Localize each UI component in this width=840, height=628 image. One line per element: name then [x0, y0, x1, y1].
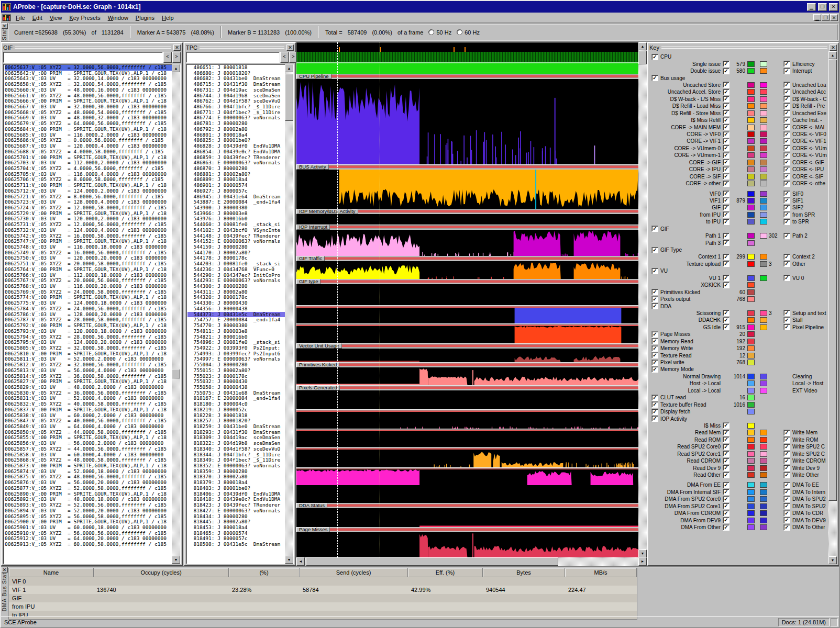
- trace-row[interactable]: 00625786:V_:03 UV = 128.0000,20.0000 / c…: [5, 312, 172, 318]
- trace-row[interactable]: 544300: J 80000280: [187, 284, 285, 289]
- key-scroll-thumb[interactable]: [828, 60, 837, 501]
- key-checkbox[interactable]: ✓: [783, 131, 790, 138]
- key-checkbox[interactable]: ✓: [783, 117, 790, 124]
- trace-row[interactable]: 00625849:V_:03 UV = 64.0000,4.0000 / c18…: [5, 424, 172, 430]
- trace-row[interactable]: 00625767:V_:05 XYZ2 = 20.0000,56.0000,ff…: [5, 278, 172, 284]
- trace-row[interactable]: 544373: J 00431e5c DmaStream: [187, 312, 285, 318]
- menu-edit[interactable]: Edit: [29, 14, 46, 22]
- trace-row[interactable]: 544236: J 00434768 VFunc+0: [187, 267, 285, 273]
- trace-row[interactable]: 00625711:V_:00 PRIM = SPRITE,GOUR,TEX(UV…: [5, 183, 172, 188]
- key-checkbox[interactable]: ✓: [783, 458, 790, 464]
- trace-row[interactable]: 00625829:V_:03 UV = 48.0000,2.0000 / c18…: [5, 385, 172, 390]
- trace-row[interactable]: 818491: J 8000057c: [187, 536, 285, 542]
- key-checkbox[interactable]: ✓: [783, 451, 790, 457]
- key-checkbox[interactable]: ✓: [783, 496, 790, 502]
- key-checkbox[interactable]: ✓: [723, 138, 730, 144]
- key-checkbox[interactable]: ✓: [651, 401, 658, 408]
- trace-row[interactable]: 00625704:V_:05 XYZ2 = 4.0000,56.0000,fff…: [5, 166, 172, 172]
- key-checkbox[interactable]: ✓: [651, 409, 658, 415]
- graph-hscroll-thumb[interactable]: [306, 557, 558, 566]
- trace-row[interactable]: 544178: J 8000178c: [187, 255, 285, 261]
- trace-row[interactable]: 544170: J 80002a80?: [187, 250, 285, 256]
- trace-row[interactable]: 00625811:V_:03 UV = 52.0000,2.0000 / c18…: [5, 356, 172, 362]
- trace-row[interactable]: 818257: J 80001820?: [187, 418, 285, 424]
- trace-row[interactable]: 00625766:V_:03 UV = 112.0000,18.0000 / c…: [5, 273, 172, 278]
- key-checkbox[interactable]: ✓: [723, 124, 730, 130]
- trace-row[interactable]: 00625701:V_:00 PRIM = SPRITE,GOUR,TEX(UV…: [5, 155, 172, 161]
- trace-row[interactable]: 754757: E 20000084 _end+1fa4: [187, 317, 285, 323]
- minimize-button[interactable]: ▁: [807, 3, 816, 11]
- trace-row[interactable]: 00625686:V_:05 XYZ2 = 0.0000,56.0000,fff…: [5, 138, 172, 143]
- key-checkbox[interactable]: ✓: [723, 524, 730, 531]
- key-checkbox[interactable]: ✓: [723, 451, 730, 457]
- trace-row[interactable]: 755004: J 80000280: [187, 362, 285, 368]
- trace-row[interactable]: 543900: J 80000380: [187, 205, 285, 211]
- trace-row[interactable]: 754821: J 800016b0: [187, 334, 285, 340]
- trace-row[interactable]: 754922: J 003993f0 Ps2Input:: [187, 345, 285, 351]
- trace-row[interactable]: 818406: J 00439df0 EndVu1DMA: [187, 491, 285, 497]
- key-checkbox[interactable]: ✓: [723, 310, 730, 316]
- key-checkbox[interactable]: ✓: [783, 190, 790, 197]
- key-checkbox[interactable]: ✓: [723, 68, 730, 74]
- tpc-search-input[interactable]: [186, 52, 280, 63]
- trace-row[interactable]: 00625857:V_:05 XYZ2 = 44.0000,56.0000,ff…: [5, 446, 172, 452]
- gif-panel-grip[interactable]: [15, 46, 171, 50]
- trace-row[interactable]: 00625837:V_:00 PRIM = SPRITE,GOUR,TEX(UV…: [5, 407, 172, 413]
- trace-row[interactable]: 00625855:V_:00 PRIM = SPRITE,GOUR,TEX(UV…: [5, 435, 172, 441]
- trace-row[interactable]: 818340: J 004d1f58? sceDevVuO: [187, 446, 285, 452]
- key-checkbox[interactable]: ✓: [723, 152, 730, 159]
- menu-file[interactable]: File: [12, 14, 29, 22]
- trace-row[interactable]: 818228: J 80001818: [187, 413, 285, 419]
- trace-row[interactable]: 544159: J 80000280: [187, 244, 285, 250]
- key-checkbox[interactable]: ✓: [723, 254, 730, 260]
- trace-row[interactable]: 00625787:V_:05 XYZ2 = 28.0000,58.0000,ff…: [5, 317, 172, 323]
- key-checkbox[interactable]: ✓: [723, 458, 730, 464]
- key-checkbox[interactable]: ✓: [723, 181, 730, 187]
- key-checkbox[interactable]: ✓: [651, 289, 658, 295]
- key-checkbox[interactable]: ✓: [783, 510, 790, 517]
- trace-row[interactable]: 00625892:V_:03 UV = 48.0000,18.0000 / c1…: [5, 497, 172, 502]
- mdi-minimize-button[interactable]: ▁: [813, 14, 821, 21]
- key-checkbox[interactable]: ✓: [723, 317, 730, 323]
- key-checkbox[interactable]: ✓: [783, 197, 790, 204]
- key-checkbox[interactable]: ✓: [723, 482, 730, 488]
- gif-list[interactable]: 00625637:V_:05 XYZ2 = 32.0000,56.0000,ff…: [4, 64, 172, 564]
- trace-row[interactable]: 00625643:V_:03 UV = 32.0000,14.0000 / c1…: [5, 76, 172, 82]
- key-checkbox[interactable]: ✓: [723, 324, 730, 330]
- trace-row[interactable]: 543966: J 800003e8: [187, 211, 285, 217]
- trace-row[interactable]: 00625732:V_:03 UV = 124.0000,4.0000 / c1…: [5, 228, 172, 233]
- key-checkbox[interactable]: ✓: [651, 338, 658, 344]
- trace-row[interactable]: 00625769:V_:05 XYZ2 = 24.0000,58.0000,ff…: [5, 289, 172, 295]
- key-checkbox[interactable]: ✓: [651, 395, 658, 401]
- key-checkbox[interactable]: ✓: [783, 82, 790, 88]
- trace-row[interactable]: 544152: E 00000063? voNormals: [187, 239, 285, 244]
- trace-row[interactable]: 544060: J 00081fe0 _stack_si: [187, 222, 285, 228]
- key-checkbox[interactable]: ✓: [783, 310, 790, 316]
- key-checkbox[interactable]: ✓: [723, 496, 730, 502]
- trace-row[interactable]: 544311: J 80002a80: [187, 289, 285, 295]
- scroll-down-icon[interactable]: ▼: [172, 556, 180, 564]
- trace-row[interactable]: 544102: J 0043bcf0 VSyncInte: [187, 228, 285, 233]
- scroll-up-icon[interactable]: ▲: [285, 64, 293, 72]
- trace-row[interactable]: 00625774:V_:00 PRIM = SPRITE,GOUR,TEX(UV…: [5, 295, 172, 300]
- trace-row[interactable]: 754770: J 80000380: [187, 323, 285, 329]
- key-checkbox[interactable]: ✓: [723, 103, 730, 109]
- trace-row[interactable]: 486881: J 80002a80?: [187, 172, 285, 177]
- key-checkbox[interactable]: ✓: [783, 89, 790, 95]
- trace-row[interactable]: 544356: J 80000438: [187, 306, 285, 312]
- trace-row[interactable]: 486715: J 00431f30 DmaStream: [187, 82, 285, 87]
- trace-row[interactable]: 00625751:V_:05 XYZ2 = 20.0000,58.0000,ff…: [5, 261, 172, 267]
- trace-row[interactable]: 00625666:V_:00 PRIM = SPRITE,GOUR,TEX(UV…: [5, 98, 172, 104]
- key-checkbox[interactable]: ✓: [783, 503, 790, 509]
- trace-row[interactable]: 544148: J 00439fec? TRenderer: [187, 233, 285, 239]
- key-checkbox[interactable]: ✓: [723, 219, 730, 225]
- trace-row[interactable]: 755023: J 8000178c: [187, 374, 285, 379]
- trace-row[interactable]: 00625784:V_:05 XYZ2 = 24.0000,56.0000,ff…: [5, 306, 172, 312]
- scroll-down-icon[interactable]: ▼: [828, 556, 837, 564]
- key-checkbox[interactable]: ✓: [783, 205, 790, 211]
- key-checkbox[interactable]: ✓: [651, 303, 658, 309]
- trace-row[interactable]: 543887: E 20000084 _end+1fa4: [187, 199, 285, 205]
- dma-close-icon[interactable]: ✕: [2, 567, 8, 573]
- key-checkbox[interactable]: ✓: [783, 472, 790, 478]
- scroll-down-icon[interactable]: ▼: [285, 556, 293, 564]
